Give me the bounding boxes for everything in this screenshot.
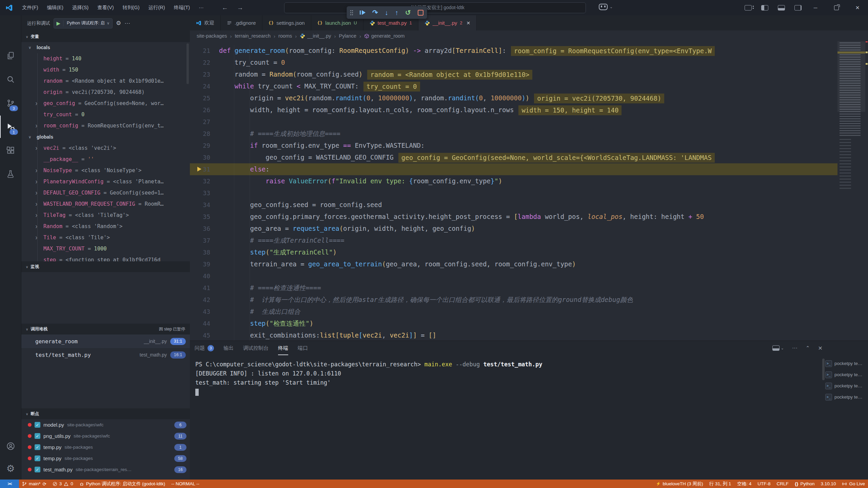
terminal-instance[interactable]: >_pocketpy te…	[825, 358, 867, 369]
activity-item-run-debug[interactable]: 1	[0, 116, 21, 138]
code-line-39[interactable]: 39 terrain_area = geo_area_to_terrain(ge…	[190, 258, 868, 270]
breakpoint-row[interactable]: ✓png_utils.pysite-packages\wfc11	[21, 430, 190, 442]
menu-item-1[interactable]: 编辑(E)	[43, 0, 68, 15]
minimap[interactable]	[837, 30, 865, 341]
code-line-26[interactable]: 26 width, height = room_config.layout.n_…	[190, 104, 868, 116]
variable-row[interactable]: width = 150	[21, 64, 190, 76]
callstack-frame[interactable]: generate_room__init__.py31:1	[21, 334, 190, 348]
more-actions-icon[interactable]: ···	[792, 345, 797, 351]
variable-row[interactable]: ❯geo_config = GeoConfig(seed=None, wor…	[21, 98, 190, 109]
status-problems[interactable]: 30	[50, 480, 76, 488]
breadcrumb-item[interactable]: Pylance	[339, 33, 356, 39]
terminal-instance[interactable]: >_pocketpy te…	[825, 391, 867, 403]
status-remote[interactable]: ><	[0, 480, 19, 488]
menu-item-4[interactable]: 转到(G)	[118, 0, 144, 15]
code-line-43[interactable]: 43 # 生成出口组合	[190, 306, 868, 318]
panel-tab-终端[interactable]: 终端	[278, 341, 288, 355]
expand-chevron-icon[interactable]: ❯	[35, 221, 38, 232]
toggle-sidebar-button[interactable]	[761, 5, 768, 11]
customize-layout-button[interactable]	[745, 5, 752, 11]
menu-item-0[interactable]: 文件(F)	[18, 0, 43, 15]
variable-row[interactable]: step = <function step at 0x1bf9cd716d	[21, 255, 190, 261]
code-line-31[interactable]: 31 else:	[190, 163, 868, 175]
scrollbar[interactable]	[822, 359, 825, 380]
panel-tab-端口[interactable]: 端口	[298, 341, 308, 355]
expand-chevron-icon[interactable]: ❯	[35, 176, 38, 187]
variables-group-locals[interactable]: ∨locals	[21, 42, 190, 53]
expand-chevron-icon[interactable]: ❯	[35, 120, 38, 131]
code-line-22[interactable]: 22 try_count = 0	[190, 57, 868, 68]
code-line-45[interactable]: 45 exit_combinations:list[tuple[vec2i, v…	[190, 329, 868, 341]
tab-__init__.py[interactable]: __init__.py2✕	[418, 15, 477, 30]
tab--[interactable]: 欢迎	[190, 15, 221, 30]
status-golive[interactable]: Go Live	[839, 480, 868, 488]
status-text-r-1[interactable]: 行 31, 列 1	[706, 480, 734, 488]
callstack-frame[interactable]: test/test_math.pytest_math.py16:1	[21, 348, 190, 362]
restart-button[interactable]: ↺	[405, 9, 411, 16]
breakpoint-row[interactable]: ✓model.pysite-packages\wfc6	[21, 419, 190, 430]
terminal-instance[interactable]: >_pocketpy te…	[825, 369, 867, 380]
command-search-input[interactable]: ⌕ [扩展开发宿主] godot-ldtk	[284, 2, 586, 13]
code-line-40[interactable]: 40	[190, 270, 868, 282]
step-over-button[interactable]: ↷	[372, 9, 378, 16]
more-actions-icon[interactable]: ···	[124, 20, 130, 27]
variable-row[interactable]: ❯room_config = RoomRequestConfig(env_t…	[21, 120, 190, 131]
drag-grip-icon[interactable]	[350, 10, 353, 15]
status-python[interactable]: {}Python	[792, 480, 818, 488]
breakpoint-checkbox[interactable]: ✓	[35, 467, 40, 472]
step-out-button[interactable]: ↑	[395, 9, 398, 16]
status-debug[interactable]: Python 调试程序: 启动文件 (godot-ldtk)	[76, 480, 168, 488]
menu-item-3[interactable]: 查看(V)	[93, 0, 118, 15]
variable-row[interactable]: ❯DEFAULT_GEO_CONFIG = GeoConfig(seed=1…	[21, 187, 190, 199]
code-line-25[interactable]: 25 origin = vec2i(random.randint(0, 1000…	[190, 92, 868, 104]
variable-row[interactable]: ❯vec2i = <class 'vec2i'>	[21, 143, 190, 154]
panel-tab-调试控制台[interactable]: 调试控制台	[243, 341, 269, 355]
tab-settings.json[interactable]: {}settings.json	[262, 15, 311, 30]
debug-settings-gear-icon[interactable]: ⚙	[116, 20, 121, 27]
continue-button[interactable]	[360, 10, 366, 15]
variable-row[interactable]: ❯Tile = <class 'Tile'>	[21, 232, 190, 243]
variable-row[interactable]: height = 140	[21, 53, 190, 64]
panel-tab-问题[interactable]: 问题3	[195, 341, 214, 355]
expand-chevron-icon[interactable]: ❯	[35, 187, 38, 199]
code-line-36[interactable]: 36 geo_area = request_area(origin, width…	[190, 223, 868, 235]
variable-row[interactable]: ❯WASTELAND_ROOM_REQUEST_CONFIG = RoomR…	[21, 199, 190, 210]
code-line-38[interactable]: 38 step("生成TerrainCell")	[190, 246, 868, 258]
breakpoint-row[interactable]: ✓temp.pysite-packages58	[21, 453, 190, 464]
close-panel-icon[interactable]: ✕	[818, 345, 823, 351]
expand-chevron-icon[interactable]: ❯	[35, 98, 38, 109]
status-text-l-4[interactable]: -- NORMAL --	[168, 480, 202, 488]
code-line-37[interactable]: 37 # ====生成TerrainCell====	[190, 235, 868, 246]
menu-item-2[interactable]: 选择(S)	[68, 0, 93, 15]
expand-chevron-icon[interactable]: ❯	[35, 232, 38, 243]
code-line-27[interactable]: 27	[190, 116, 868, 128]
variable-row[interactable]: MAX_TRY_COUNT = 1000	[21, 243, 190, 255]
code-editor[interactable]: 21def generate_room(room_config: RoomReq…	[190, 45, 868, 341]
close-button[interactable]: ✕	[847, 0, 868, 15]
status-text-r-4[interactable]: CRLF	[774, 480, 792, 488]
terminal-instance[interactable]: >_pocketpy te…	[825, 380, 867, 391]
breadcrumb-item[interactable]: __init__.py	[300, 33, 331, 39]
menu-item-5[interactable]: 运行(R)	[144, 0, 169, 15]
menu-item-7[interactable]: ···	[194, 0, 208, 15]
variable-row[interactable]: ❯Random = <class 'Random'>	[21, 221, 190, 232]
code-line-28[interactable]: 28 # ====生成初始地理信息====	[190, 128, 868, 140]
breakpoint-row[interactable]: ✓test_math.pysite-packages\terrain_res…1…	[21, 464, 190, 475]
minimize-button[interactable]: ─	[805, 0, 826, 15]
activity-item-source-control[interactable]: 3	[0, 92, 21, 114]
status-blame[interactable]: ⚡blueloveTH (3 周前)	[653, 480, 706, 488]
activity-item-search[interactable]	[0, 68, 21, 90]
tab-.gdignore[interactable]: .gdignore	[221, 15, 262, 30]
status-text-r-6[interactable]: 3.10.10	[817, 480, 839, 488]
activity-item-testing[interactable]	[0, 163, 21, 185]
expand-chevron-icon[interactable]: ❯	[35, 143, 38, 154]
code-line-24[interactable]: 24 while try_count < MAX_TRY_COUNT:try_c…	[190, 80, 868, 92]
code-line-29[interactable]: 29 if room_config.env_type == EnvType.WA…	[190, 140, 868, 151]
variable-row[interactable]: random = <Random object at 0x1bf9d01e…	[21, 76, 190, 87]
toggle-secondary-sidebar-button[interactable]	[794, 5, 802, 11]
breadcrumb-item[interactable]: site-packages	[197, 33, 227, 39]
variable-row[interactable]: ❯TileTag = <class 'TileTag'>	[21, 210, 190, 221]
menu-item-6[interactable]: 终端(T)	[170, 0, 195, 15]
watch-section-header[interactable]: ∨监视	[21, 261, 190, 272]
variables-section-header[interactable]: ∨变量	[21, 31, 190, 42]
